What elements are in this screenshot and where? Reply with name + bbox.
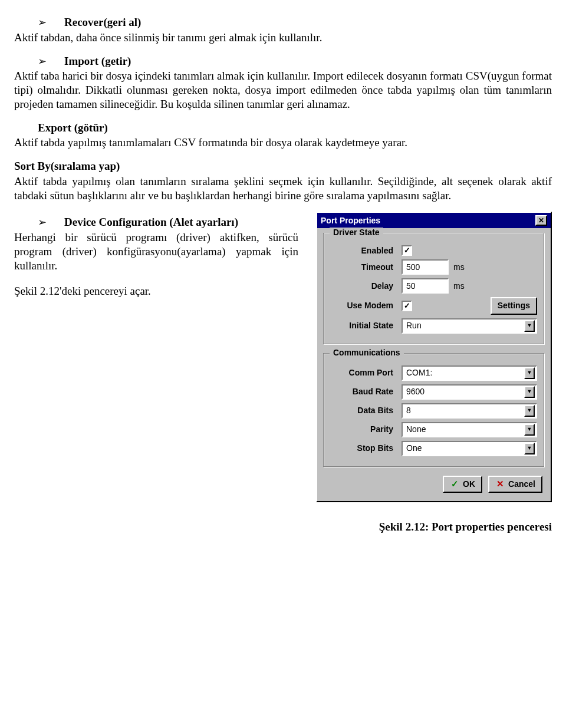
parity-value: None	[406, 424, 426, 435]
unit-ms: ms	[453, 281, 465, 292]
comm-port-value: COM1:	[406, 368, 432, 378]
body-devcfg: Herhangi bir sürücü programı (driver) ak…	[14, 230, 298, 272]
dialog-titlebar[interactable]: Port Properties ✕	[317, 213, 551, 228]
dialog-title-text: Port Properties	[321, 216, 380, 226]
initial-state-value: Run	[406, 321, 422, 331]
heading-recover-label: Recover(geri al)	[64, 15, 141, 29]
heading-recover: ➢ Recover(geri al)	[14, 15, 552, 29]
data-bits-select[interactable]: 8 ▼	[402, 403, 537, 419]
label-delay: Delay	[331, 281, 402, 292]
close-button[interactable]: ✕	[535, 215, 547, 226]
comm-port-select[interactable]: COM1: ▼	[402, 365, 537, 381]
figure-caption: Şekil 2.12: Port properties penceresi	[316, 520, 552, 534]
body-import: Aktif taba harici bir dosya içindeki tan…	[14, 69, 552, 111]
body-recover: Aktif tabdan, daha önce silinmiş bir tan…	[14, 31, 552, 45]
port-properties-dialog: Port Properties ✕ Driver State Enabled ✓…	[316, 212, 552, 502]
use-modem-checkbox[interactable]: ✓	[402, 301, 412, 311]
label-use-modem: Use Modem	[331, 301, 402, 311]
legend-driver-state: Driver State	[330, 228, 383, 238]
body-sortby: Aktif tabda yapılmış olan tanımların sır…	[14, 174, 552, 203]
ok-button[interactable]: ✓ OK	[443, 476, 482, 493]
parity-select[interactable]: None ▼	[402, 422, 537, 437]
heading-devcfg: ➢ Device Configuration (Alet ayarları)	[14, 215, 298, 229]
label-initial-state: Initial State	[331, 321, 402, 331]
check-icon: ✓	[450, 480, 459, 489]
baud-rate-value: 9600	[406, 387, 424, 397]
chevron-down-icon: ▼	[524, 405, 535, 417]
label-comm-port: Comm Port	[331, 368, 402, 378]
timeout-input[interactable]: 500	[402, 259, 449, 275]
legend-communications: Communications	[330, 348, 404, 358]
unit-ms: ms	[453, 262, 465, 273]
label-baud-rate: Baud Rate	[331, 387, 402, 397]
label-data-bits: Data Bits	[331, 406, 402, 416]
data-bits-value: 8	[406, 406, 411, 416]
cancel-button[interactable]: ✕ Cancel	[488, 476, 542, 493]
bullet-arrow-icon: ➢	[38, 216, 47, 229]
bullet-arrow-icon: ➢	[38, 16, 47, 29]
stop-bits-select[interactable]: One ▼	[402, 441, 537, 456]
chevron-down-icon: ▼	[524, 320, 535, 332]
ok-button-label: OK	[463, 479, 475, 490]
enabled-checkbox[interactable]: ✓	[402, 245, 412, 256]
baud-rate-select[interactable]: 9600 ▼	[402, 384, 537, 400]
settings-button[interactable]: Settings	[491, 297, 537, 315]
initial-state-select[interactable]: Run ▼	[402, 318, 537, 334]
delay-value: 50	[406, 281, 416, 292]
label-stop-bits: Stop Bits	[331, 443, 402, 454]
heading-import: ➢ Import (getir)	[14, 54, 552, 68]
group-communications: Communications Comm Port COM1: ▼ Baud Ra…	[323, 353, 545, 467]
chevron-down-icon: ▼	[524, 424, 535, 436]
bullet-arrow-icon: ➢	[38, 55, 47, 68]
label-timeout: Timeout	[331, 262, 402, 273]
chevron-down-icon: ▼	[524, 443, 535, 454]
heading-devcfg-label: Device Configuration (Alet ayarları)	[64, 215, 238, 229]
heading-import-label: Import (getir)	[64, 54, 131, 68]
timeout-value: 500	[406, 262, 420, 273]
label-parity: Parity	[331, 424, 402, 435]
x-icon: ✕	[495, 480, 505, 489]
close-icon: ✕	[538, 217, 544, 224]
chevron-down-icon: ▼	[524, 367, 535, 379]
heading-sortby: Sort By(sıralama yap)	[14, 159, 552, 173]
delay-input[interactable]: 50	[402, 278, 449, 294]
label-enabled: Enabled	[331, 246, 402, 256]
body-devcfg-extra: Şekil 2.12'deki pencereyi açar.	[14, 284, 298, 298]
group-driver-state: Driver State Enabled ✓ Timeout 500 ms De…	[323, 233, 545, 345]
settings-button-label: Settings	[498, 301, 530, 311]
cancel-button-label: Cancel	[508, 479, 535, 490]
heading-export: Export (götür)	[38, 121, 552, 135]
body-export: Aktif tabda yapılmış tanımlamaları CSV f…	[14, 136, 552, 150]
stop-bits-value: One	[406, 443, 422, 454]
chevron-down-icon: ▼	[524, 386, 535, 398]
